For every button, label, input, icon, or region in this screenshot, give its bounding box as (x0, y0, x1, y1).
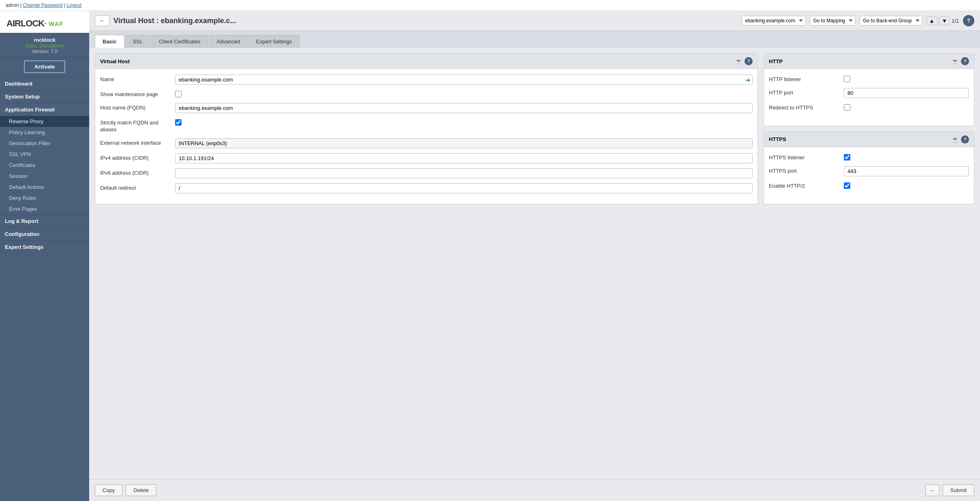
ipv6-input[interactable] (175, 168, 753, 178)
page-header: ← Virtual Host : ebanking.example.c... e… (89, 11, 980, 31)
ipv4-input[interactable] (175, 153, 753, 163)
https-listener-checkbox[interactable] (844, 154, 850, 161)
action-back-button[interactable]: ← (925, 484, 939, 496)
sidebar-item-deny-rules[interactable]: Deny Rules (0, 193, 89, 203)
https-listener-label: HTTPS listener (769, 153, 840, 161)
action-bar: Copy Delete ← Submit (89, 479, 980, 501)
http-port-row: HTTP port (769, 88, 969, 98)
redirect-https-label: Redirect to HTTPS (769, 103, 840, 111)
default-redirect-row: Default redirect (100, 183, 753, 193)
pagination-up[interactable]: ▲ (927, 17, 937, 25)
page-back-button[interactable]: ← (95, 15, 109, 26)
http-listener-checkbox[interactable] (844, 76, 850, 82)
https-panel-title: HTTPS (769, 136, 949, 142)
name-link-icon[interactable]: ➜ (745, 76, 750, 84)
name-input[interactable] (175, 75, 753, 85)
name-input-wrapper: ➜ (175, 75, 753, 85)
logo-waf: WAF (49, 20, 63, 27)
sidebar-item-log-report[interactable]: Log & Report (0, 214, 89, 227)
logout-link[interactable]: Logout (66, 2, 81, 8)
virtual-host-panel: Virtual Host ☕ ? Name ➜ (95, 54, 758, 204)
top-bar-user: admin (6, 2, 19, 8)
tab-expert-settings[interactable]: Expert Settings (248, 35, 300, 48)
logo-airlock: AIRLOCK· (6, 18, 46, 29)
sidebar-item-application-firewall[interactable]: Application Firewall (0, 103, 89, 116)
tabs-bar: Basic SSL Client Certificates Advanced E… (89, 31, 980, 48)
http-port-input[interactable] (844, 88, 969, 98)
virtual-host-panel-body: Name ➜ Show maintenance page (95, 69, 757, 204)
virtual-host-panel-header: Virtual Host ☕ ? (95, 54, 757, 69)
sidebar-username: rocklock (3, 37, 86, 43)
sidebar-item-reverse-proxy[interactable]: Reverse Proxy (0, 116, 89, 127)
sidebar-item-dashboard[interactable]: Dashboard (0, 77, 89, 90)
http-comment-icon[interactable]: ☕ (952, 58, 959, 64)
tab-ssl[interactable]: SSL (125, 35, 151, 48)
panel-area: Virtual Host ☕ ? Name ➜ (89, 48, 980, 479)
http-port-label: HTTP port (769, 88, 840, 96)
delete-button[interactable]: Delete (126, 484, 156, 496)
strictly-match-checkbox[interactable] (175, 119, 182, 126)
copy-button[interactable]: Copy (95, 484, 122, 496)
tab-advanced[interactable]: Advanced (209, 35, 248, 48)
fqdn-row: Host name (FQDN) (100, 103, 753, 113)
sidebar-item-expert-settings[interactable]: Expert Settings (0, 240, 89, 253)
redirect-https-checkbox[interactable] (844, 104, 850, 111)
pagination-count: 1/1 (952, 18, 959, 24)
sidebar-item-geolocation-filter[interactable]: Geolocation Filter (0, 138, 89, 149)
sidebar-item-policy-learning[interactable]: Policy Learning (0, 127, 89, 138)
enable-http2-label: Enable HTTP/2 (769, 181, 840, 190)
tab-client-certificates[interactable]: Client Certificates (151, 35, 208, 48)
ipv4-label: IPv4 address (CIDR) (100, 153, 171, 162)
https-port-row: HTTPS port (769, 166, 969, 176)
default-redirect-input[interactable] (175, 183, 753, 193)
http-help-button[interactable]: ? (961, 57, 969, 65)
sidebar-item-session[interactable]: Session (0, 171, 89, 182)
http-panel-title: HTTP (769, 58, 949, 64)
sidebar-nav: Dashboard System Setup Application Firew… (0, 77, 89, 501)
ipv4-row: IPv4 address (CIDR) (100, 153, 753, 163)
pagination: ▲ ▼ 1/1 (927, 17, 959, 25)
virtual-host-help-button[interactable]: ? (745, 57, 753, 65)
sidebar-item-certificates[interactable]: Certificates (0, 160, 89, 171)
submit-button[interactable]: Submit (943, 484, 974, 496)
https-panel: HTTPS ☕ ? HTTPS listener HTTPS port (764, 132, 974, 204)
https-port-input[interactable] (844, 166, 969, 176)
sidebar-item-ssl-vpn[interactable]: SSL VPN (0, 149, 89, 160)
https-panel-header: HTTPS ☕ ? (764, 132, 974, 147)
page-help-button[interactable]: ? (963, 15, 974, 26)
tab-basic[interactable]: Basic (95, 35, 124, 48)
sidebar-item-error-pages[interactable]: Error Pages (0, 203, 89, 214)
activate-button[interactable]: Activate (24, 60, 66, 73)
external-network-select[interactable]: INTERNAL (enp0s3) (175, 138, 753, 148)
sidebar-item-configuration[interactable]: Configuration (0, 227, 89, 240)
https-panel-body: HTTPS listener HTTPS port Enable HTTP/2 (764, 147, 974, 200)
https-port-label: HTTPS port (769, 166, 840, 175)
default-redirect-label: Default redirect (100, 183, 171, 192)
right-panels: HTTP ☕ ? HTTP listener HTTP port (764, 54, 974, 204)
goto-backend-select[interactable]: Go to Back-end Group (860, 16, 922, 26)
maintenance-checkbox[interactable] (175, 91, 182, 97)
sidebar: AIRLOCK· WAF rocklock State: Standalone … (0, 11, 89, 501)
virtual-host-panel-title: Virtual Host (100, 58, 733, 64)
main-layout: AIRLOCK· WAF rocklock State: Standalone … (0, 11, 980, 501)
https-help-button[interactable]: ? (961, 135, 969, 143)
maintenance-label: Show maintenance page (100, 90, 171, 98)
http-listener-label: HTTP listener (769, 75, 840, 83)
sidebar-item-system-setup[interactable]: System Setup (0, 90, 89, 103)
enable-http2-checkbox[interactable] (844, 182, 850, 189)
fqdn-input[interactable] (175, 103, 753, 113)
sidebar-item-default-actions[interactable]: Default Actions (0, 182, 89, 193)
sidebar-logo: AIRLOCK· WAF (0, 11, 89, 33)
https-listener-row: HTTPS listener (769, 153, 969, 161)
page-title: Virtual Host : ebanking.example.c... (113, 17, 738, 25)
goto-mapping-select[interactable]: Go to Mapping (810, 16, 856, 26)
external-network-label: External network interface (100, 138, 171, 147)
pagination-down[interactable]: ▼ (939, 17, 950, 25)
http-panel: HTTP ☕ ? HTTP listener HTTP port (764, 54, 974, 126)
change-password-link[interactable]: Change Password (23, 2, 62, 8)
domain-select[interactable]: ebanking.example.com (742, 16, 806, 26)
http-listener-row: HTTP listener (769, 75, 969, 83)
strictly-match-row: Strictly match FQDN and aliases (100, 118, 753, 133)
https-comment-icon[interactable]: ☕ (952, 136, 959, 143)
comment-icon[interactable]: ☕ (735, 58, 742, 64)
